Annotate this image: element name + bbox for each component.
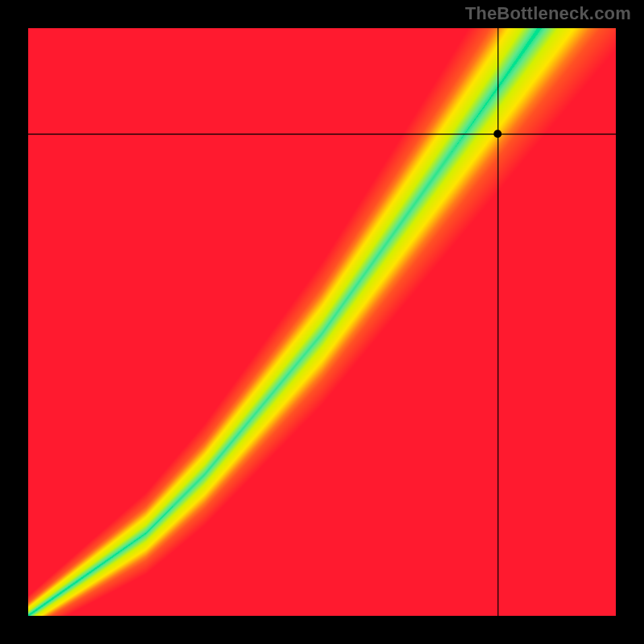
watermark-text: TheBottleneck.com [465,3,631,24]
bottleneck-heatmap [28,28,616,616]
chart-container: TheBottleneck.com [0,0,644,644]
